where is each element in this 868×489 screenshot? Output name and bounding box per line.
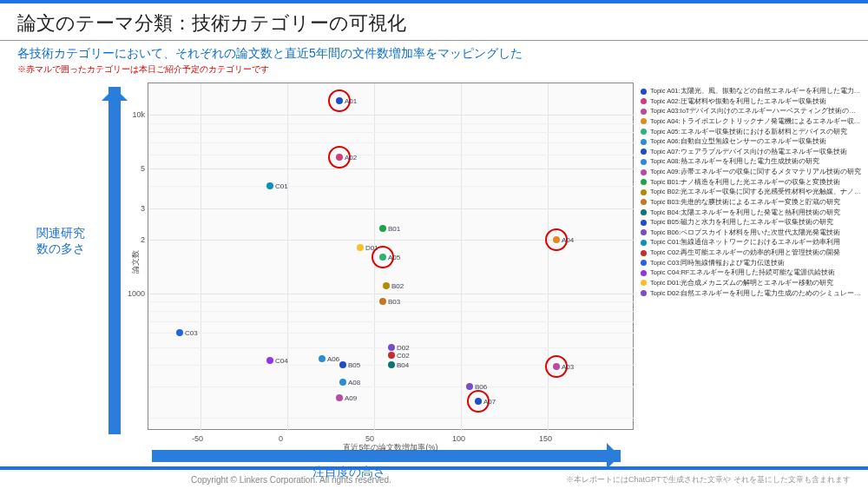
data-point-A04[interactable] [553,236,560,243]
legend-item-A03[interactable]: Topic A03:IoTデバイス向けのエネルギーハーベスティング技術の研究 [641,107,862,116]
data-point-B03[interactable] [379,298,386,305]
data-label: B04 [397,361,409,369]
data-point-C01[interactable] [266,182,273,189]
legend-item-C02[interactable]: Topic C02:再生可能エネルギーの効率的利用と管理技術の開発 [641,248,862,257]
data-label: D01 [365,244,378,252]
legend-item-B04[interactable]: Topic B04:太陽エネルギーを利用した発電と熱利用技術の研究 [641,208,862,217]
data-label: B05 [348,361,360,369]
legend-item-B05[interactable]: Topic B05:磁力と水力を利用したエネルギー収集技術の研究 [641,218,862,227]
legend-item-B06[interactable]: Topic B06:ペロブスカイト材料を用いた次世代太陽光発電技術 [641,228,862,237]
legend-item-A07[interactable]: Topic A07:ウェアラブルデバイス向けの熱電エネルギー収集技術 [641,148,862,156]
data-label: C04 [275,357,288,365]
x-axis-label: 直近5年の論文数増加率(%) [148,442,633,453]
legend-item-A04[interactable]: Topic A04:トライボエレクトリックナノ発電機によるエネルギー収集技術 [641,117,862,126]
legend-item-B01[interactable]: Topic B01:ナノ構造を利用した光エネルギーの収集と変換技術 [641,178,862,187]
data-label: C01 [275,182,288,190]
data-label: A01 [345,97,357,105]
y-axis-label: 論文数 [130,250,141,274]
data-point-A07[interactable] [475,398,482,405]
legend-item-A06[interactable]: Topic A06:自動自立型無線センサーのエネルギー収集技術 [641,137,862,146]
page-title: 論文のテーマ分類：技術カテゴリーの可視化 [0,3,868,41]
legend-item-A05[interactable]: Topic A05:エネルギー収集技術における新材料とデバイスの研究 [641,128,862,136]
legend-item-A08[interactable]: Topic A08:熱エネルギーを利用した電力生成技術の研究 [641,157,862,166]
disclaimer: ※本レポートにはChatGPTで生成された文章や それを基にした文章も含まれます [566,474,851,486]
data-label: A03 [562,363,574,371]
subtitle: 各技術カテゴリーにおいて、それぞれの論文数と直近5年間の文件数増加率をマッピング… [0,41,868,62]
legend-item-C03[interactable]: Topic C03:同時無線情報および電力伝送技術 [641,259,862,268]
data-point-D01[interactable] [357,244,364,251]
data-point-C04[interactable] [266,357,273,364]
data-point-A03[interactable] [553,363,560,370]
legend-item-C04[interactable]: Topic C04:RFエネルギーを利用した持続可能な電源供給技術 [641,268,862,277]
data-point-B02[interactable] [383,282,390,289]
y-axis-arrow [108,87,121,434]
y-axis-annotation: 関連研究 数の多さ [30,226,91,257]
data-label: A06 [327,355,339,363]
scatter-plot[interactable]: 直近5年の論文数増加率(%) 論文数 -50050100150100023510… [148,83,634,430]
data-point-A05[interactable] [379,254,386,261]
legend-item-D01[interactable]: Topic D01:光合成メカニズムの解明とエネルギー移動の研究 [641,279,862,287]
data-point-A09[interactable] [336,394,343,401]
data-point-A06[interactable] [319,355,326,362]
data-point-C03[interactable] [176,329,183,336]
legend-item-A09[interactable]: Topic A09:赤帯エネルギーの収集に関するメタマテリアル技術の研究 [641,168,862,176]
data-point-B01[interactable] [379,225,386,232]
data-point-A01[interactable] [336,97,343,104]
data-point-B04[interactable] [388,361,395,368]
data-label: B02 [391,282,404,290]
data-point-B06[interactable] [466,383,473,390]
data-label: C02 [397,352,410,360]
data-label: A08 [348,379,360,387]
legend-item-D02[interactable]: Topic D02:自然エネルギーを利用した電力生成のためのシミュレーション技術 [641,289,862,298]
data-label: B01 [388,225,400,233]
data-label: D02 [397,344,410,352]
legend: Topic A01:太陽光、風、振動などの自然エネルギーを利用した電力生成Top… [641,87,862,299]
data-point-A02[interactable] [336,154,343,161]
legend-item-B02[interactable]: Topic B02:光エネルギー収集に関する光感受性材料や光触媒、ナノ構造などの… [641,188,862,196]
copyright: Copyright © Linkers Corporation. All rig… [191,475,391,485]
data-point-C02[interactable] [388,352,395,359]
chart-area: 関連研究 数の多さ 注目度の高さ 直近5年の論文数増加率(%) 論文数 -500… [0,78,868,463]
legend-item-B03[interactable]: Topic B03:先進的な膜技術によるエネルギー変換と貯蔵の研究 [641,198,862,207]
data-label: A09 [345,394,357,402]
data-label: A07 [483,398,496,406]
data-label: A02 [345,154,357,162]
data-point-B05[interactable] [339,361,346,368]
data-point-A08[interactable] [339,379,346,386]
data-label: A04 [562,236,574,244]
data-label: B03 [388,298,400,306]
data-point-D02[interactable] [388,344,395,351]
data-label: B06 [475,383,487,391]
highlight-note: ※赤マルで囲ったカテゴリーは本日ご紹介予定のカテゴリーです [0,62,868,77]
data-label: A05 [388,254,400,261]
data-label: C03 [185,329,198,337]
legend-item-C01[interactable]: Topic C01:無線通信ネットワークにおけるエネルギー効率利用 [641,238,862,247]
legend-item-A01[interactable]: Topic A01:太陽光、風、振動などの自然エネルギーを利用した電力生成 [641,87,862,96]
legend-item-A02[interactable]: Topic A02:圧電材料や振動を利用したエネルギー収集技術 [641,97,862,106]
